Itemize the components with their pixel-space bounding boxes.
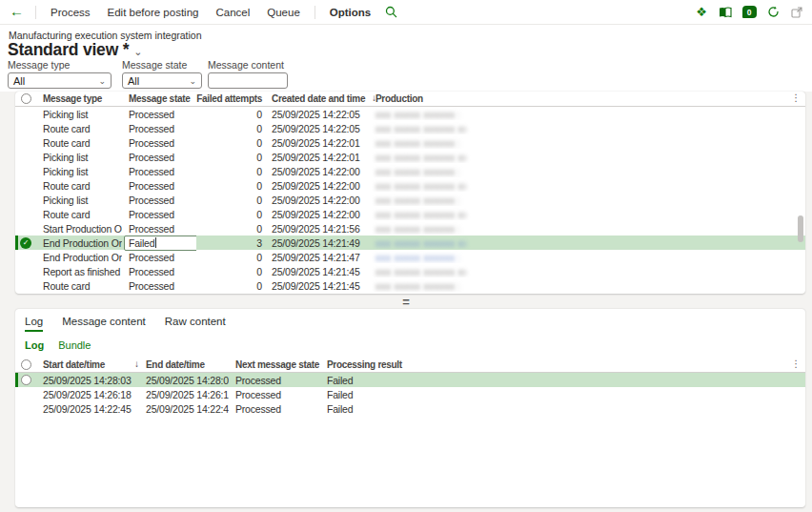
- table-row[interactable]: Route cardProcessed025/09/2025 14:22:00x…: [15, 207, 805, 221]
- cell-message-type[interactable]: Start Production Order: [36, 223, 122, 235]
- column-header-message-state[interactable]: Message state: [122, 93, 196, 104]
- table-row[interactable]: Picking listProcessed025/09/2025 14:22:0…: [15, 193, 805, 207]
- tab-log[interactable]: Log: [25, 316, 43, 332]
- cell-failed-attempts[interactable]: 0: [196, 252, 268, 263]
- cell-failed-attempts[interactable]: 0: [196, 180, 268, 192]
- cell-failed-attempts[interactable]: 0: [196, 195, 268, 206]
- cell-message-type[interactable]: Route card: [36, 280, 122, 292]
- table-row[interactable]: ✓End Production OrderFailed325/09/2025 1…: [15, 236, 805, 250]
- column-header-end-datetime[interactable]: End date/time: [139, 359, 229, 370]
- refresh-icon[interactable]: [765, 5, 781, 20]
- cell-failed-attempts[interactable]: 0: [196, 166, 268, 177]
- toolbar-button-process[interactable]: Process: [42, 7, 99, 18]
- cell-message-state[interactable]: Processed: [122, 152, 196, 163]
- column-header-message-type[interactable]: Message type: [36, 93, 122, 104]
- cell-production[interactable]: xxx xxxxx xxxxxx xxx: [369, 122, 805, 134]
- cell-message-type[interactable]: Route card: [36, 180, 122, 192]
- table-row[interactable]: Start Production OrderProcessed025/09/20…: [15, 221, 805, 236]
- table-row[interactable]: Picking listProcessed025/09/2025 14:22:0…: [15, 107, 805, 121]
- table-row[interactable]: Route cardProcessed025/09/2025 14:22:00x…: [15, 178, 805, 193]
- cell-created-date[interactable]: 25/09/2025 14:22:01: [268, 152, 369, 163]
- panel-splitter[interactable]: =: [0, 294, 812, 309]
- cell-message-state[interactable]: Processed: [122, 266, 196, 277]
- view-switcher-chevron-icon[interactable]: ⌄: [133, 46, 142, 58]
- grid-options-icon[interactable]: ⋮: [791, 358, 801, 369]
- cell-end-datetime[interactable]: 25/09/2025 14:22:45: [139, 403, 229, 415]
- message-type-dropdown[interactable]: All⌄: [8, 72, 112, 89]
- chat-badge-icon[interactable]: 0: [741, 5, 757, 20]
- cell-message-type[interactable]: Picking list: [36, 152, 122, 163]
- vertical-scrollbar[interactable]: [798, 215, 803, 242]
- cell-failed-attempts[interactable]: 0: [196, 266, 268, 277]
- cell-created-date[interactable]: 25/09/2025 14:21:56: [268, 223, 369, 235]
- cell-message-type[interactable]: Route card: [36, 209, 122, 220]
- toolbar-button-cancel[interactable]: Cancel: [207, 7, 258, 18]
- cell-production[interactable]: xxx xxxxx xxxxxx xxx: [369, 108, 805, 120]
- cell-production[interactable]: xxx xxxxx xxxxxx xxx: [369, 165, 805, 177]
- table-row[interactable]: Report as finishedProcessed025/09/2025 1…: [15, 264, 805, 278]
- column-header-next-message-state[interactable]: Next message state: [229, 359, 320, 370]
- column-header-start-datetime[interactable]: Start date/time: [36, 359, 139, 370]
- cell-failed-attempts[interactable]: 0: [196, 109, 268, 120]
- cell-created-date[interactable]: 25/09/2025 14:22:05: [268, 123, 369, 134]
- column-header-production[interactable]: Production: [369, 93, 805, 104]
- cell-next-message-state[interactable]: Processed: [229, 375, 320, 386]
- cell-production[interactable]: xxx xxxxx xxxxxx xxx: [369, 194, 805, 206]
- table-row[interactable]: Picking listProcessed025/09/2025 14:22:0…: [15, 164, 805, 178]
- table-row[interactable]: Route cardProcessed025/09/2025 14:21:45x…: [15, 278, 805, 293]
- grid-options-icon[interactable]: ⋮: [791, 92, 801, 103]
- cell-message-state[interactable]: Processed: [122, 109, 196, 120]
- cell-production[interactable]: xxx xxxxx xxxxxx xxx: [369, 136, 805, 149]
- cell-message-type[interactable]: Picking list: [36, 109, 122, 120]
- message-state-dropdown[interactable]: All⌄: [122, 72, 202, 89]
- cell-message-state[interactable]: Processed: [122, 280, 196, 292]
- subtab-log[interactable]: Log: [25, 339, 44, 351]
- cell-production[interactable]: xxx xxxxx xxxxxx xxx: [369, 222, 805, 235]
- cell-next-message-state[interactable]: Processed: [229, 389, 320, 400]
- cell-created-date[interactable]: 25/09/2025 14:21:45: [268, 266, 369, 277]
- cell-message-state[interactable]: Processed: [122, 180, 196, 192]
- cell-end-datetime[interactable]: 25/09/2025 14:26:18: [139, 389, 229, 400]
- cell-message-type[interactable]: Route card: [36, 123, 122, 134]
- cell-failed-attempts[interactable]: 0: [196, 280, 268, 292]
- cell-created-date[interactable]: 25/09/2025 14:22:05: [268, 109, 369, 120]
- diamond-grid-icon[interactable]: ❖: [694, 5, 709, 20]
- cell-created-date[interactable]: 25/09/2025 14:21:47: [268, 252, 369, 263]
- cell-production[interactable]: xxx xxxxx xxxxxx xxx: [369, 179, 805, 192]
- toolbar-button-options[interactable]: Options: [321, 7, 379, 18]
- cell-message-type[interactable]: End Production Order: [36, 237, 122, 249]
- cell-message-type[interactable]: Route card: [36, 137, 122, 149]
- table-row[interactable]: 25/09/2025 14:22:4525/09/2025 14:22:45Pr…: [15, 401, 805, 416]
- cell-production[interactable]: xxx xxxxx xxxxxx xxx: [369, 251, 805, 263]
- cell-message-type[interactable]: Picking list: [36, 166, 122, 177]
- cell-created-date[interactable]: 25/09/2025 14:22:00: [268, 180, 369, 192]
- cell-failed-attempts[interactable]: 0: [196, 223, 268, 235]
- cell-created-date[interactable]: 25/09/2025 14:22:01: [268, 137, 369, 149]
- column-header-processing-result[interactable]: Processing result: [320, 359, 805, 370]
- cell-created-date[interactable]: 25/09/2025 14:22:00: [268, 209, 369, 220]
- book-icon[interactable]: [718, 5, 733, 20]
- cell-message-state[interactable]: Processed: [122, 137, 196, 149]
- cell-failed-attempts[interactable]: 0: [196, 152, 268, 163]
- cell-created-date[interactable]: 25/09/2025 14:21:45: [268, 280, 369, 292]
- cell-message-state[interactable]: Processed: [122, 123, 196, 134]
- table-row[interactable]: End Production OrderProcessed025/09/2025…: [15, 250, 805, 264]
- table-row[interactable]: 25/09/2025 14:28:0325/09/2025 14:28:03Pr…: [15, 373, 805, 387]
- select-all-checkbox[interactable]: [21, 93, 31, 104]
- message-content-input[interactable]: [208, 72, 288, 89]
- search-icon[interactable]: [385, 6, 397, 18]
- cell-message-state[interactable]: Processed: [122, 223, 196, 235]
- toolbar-button-edit-before-posting[interactable]: Edit before posting: [99, 7, 208, 18]
- cell-start-datetime[interactable]: 25/09/2025 14:28:03: [36, 375, 139, 386]
- cell-production[interactable]: xxx xxxxx xxxxxx xxx: [369, 208, 805, 220]
- cell-message-state[interactable]: Processed: [122, 166, 196, 177]
- cell-processing-result[interactable]: Failed: [320, 403, 805, 415]
- cell-end-datetime[interactable]: 25/09/2025 14:28:03: [139, 375, 229, 386]
- table-row[interactable]: 25/09/2025 14:26:1825/09/2025 14:26:18Pr…: [15, 387, 805, 401]
- cell-production[interactable]: xxx xxxxx xxxxxx xxx: [369, 279, 805, 292]
- cell-next-message-state[interactable]: Processed: [229, 403, 320, 415]
- cell-processing-result[interactable]: Failed: [320, 375, 805, 386]
- toolbar-button-queue[interactable]: Queue: [258, 7, 309, 18]
- cell-created-date[interactable]: 25/09/2025 14:21:49: [268, 237, 369, 249]
- tab-raw-content[interactable]: Raw content: [165, 316, 226, 332]
